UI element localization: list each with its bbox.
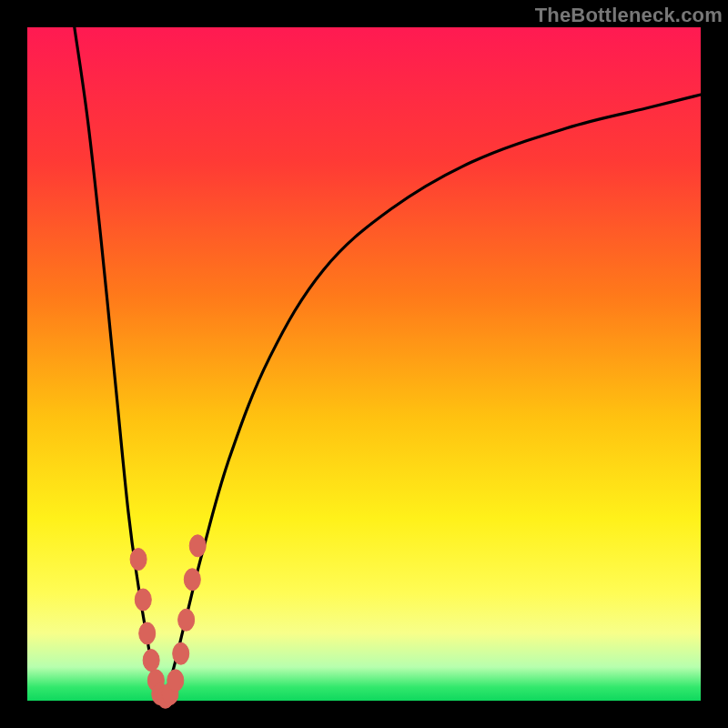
chart-bead xyxy=(135,589,151,611)
chart-bead xyxy=(173,642,189,664)
watermark-text: TheBottleneck.com xyxy=(535,4,723,27)
chart-frame: TheBottleneck.com xyxy=(0,0,728,728)
chart-bead xyxy=(184,569,200,591)
chart-bead xyxy=(139,622,156,644)
chart-beads xyxy=(130,535,206,709)
curve-right-branch xyxy=(162,95,701,701)
chart-bead xyxy=(167,670,184,692)
chart-bead xyxy=(189,535,206,557)
chart-svg xyxy=(27,27,701,701)
chart-bead xyxy=(143,650,159,672)
chart-bead xyxy=(130,549,147,571)
chart-bead xyxy=(178,609,195,631)
